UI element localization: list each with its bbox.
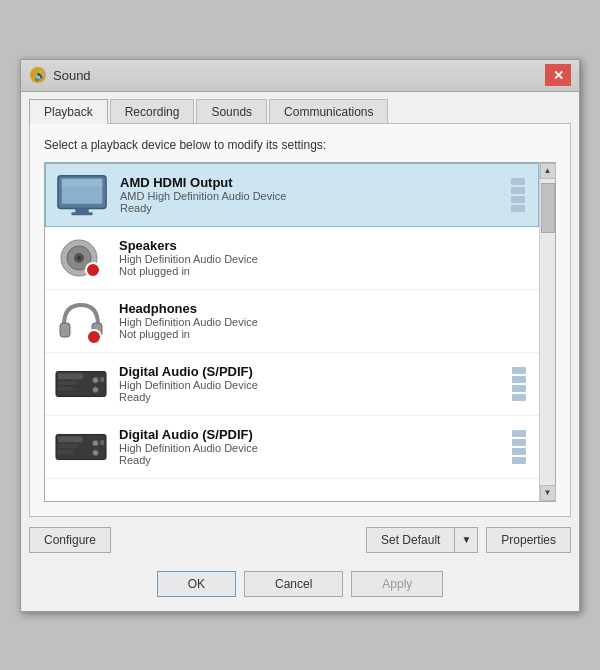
window-title: Sound <box>53 68 91 83</box>
svg-text:🔊: 🔊 <box>34 69 47 82</box>
amd-hdmi-status: Ready <box>120 202 496 214</box>
amd-hdmi-desc: AMD High Definition Audio Device <box>120 190 496 202</box>
svg-rect-21 <box>100 377 104 382</box>
speakers-name: Speakers <box>119 238 529 253</box>
tabs-bar: Playback Recording Sounds Communications <box>21 92 579 123</box>
device-item-digital1[interactable]: Digital Audio (S/PDIF) High Definition A… <box>45 353 539 416</box>
svg-point-11 <box>86 263 100 277</box>
set-default-dropdown-button[interactable]: ▼ <box>454 527 478 553</box>
svg-point-26 <box>93 440 99 446</box>
bottom-buttons: Configure Set Default ▼ Properties <box>21 517 579 563</box>
digital1-desc: High Definition Audio Device <box>119 379 497 391</box>
hdmi-device-icon <box>56 172 108 218</box>
digital2-status: Ready <box>119 454 497 466</box>
scroll-track[interactable] <box>540 179 555 485</box>
device-item-amd-hdmi[interactable]: AMD HDMI Output AMD High Definition Audi… <box>45 163 539 227</box>
close-button[interactable]: ✕ <box>545 64 571 86</box>
digital2-name: Digital Audio (S/PDIF) <box>119 427 497 442</box>
svg-point-27 <box>93 449 99 455</box>
sound-dialog: 🔊 Sound ✕ Playback Recording Sounds Comm… <box>20 59 580 612</box>
digital1-status: Ready <box>119 391 497 403</box>
digital1-device-icon <box>55 361 107 407</box>
svg-point-14 <box>87 330 101 344</box>
svg-point-19 <box>93 377 99 383</box>
digital2-desc: High Definition Audio Device <box>119 442 497 454</box>
digital1-name: Digital Audio (S/PDIF) <box>119 364 497 379</box>
svg-rect-17 <box>58 381 77 385</box>
device-item-speakers[interactable]: Speakers High Definition Audio Device No… <box>45 227 539 290</box>
headphones-desc: High Definition Audio Device <box>119 316 529 328</box>
svg-rect-28 <box>100 440 104 445</box>
digital2-device-icon <box>55 424 107 470</box>
title-bar: 🔊 Sound ✕ <box>21 60 579 92</box>
digital1-info: Digital Audio (S/PDIF) High Definition A… <box>119 364 497 403</box>
svg-point-20 <box>93 386 99 392</box>
set-default-button[interactable]: Set Default <box>366 527 454 553</box>
apply-button[interactable]: Apply <box>351 571 443 597</box>
device-item-headphones[interactable]: Headphones High Definition Audio Device … <box>45 290 539 353</box>
properties-button[interactable]: Properties <box>486 527 571 553</box>
volume-bars-digital1 <box>509 363 529 405</box>
tab-content: Select a playback device below to modify… <box>29 123 571 517</box>
tab-recording[interactable]: Recording <box>110 99 195 124</box>
speakers-device-icon <box>55 235 107 281</box>
speakers-status: Not plugged in <box>119 265 529 277</box>
digital2-info: Digital Audio (S/PDIF) High Definition A… <box>119 427 497 466</box>
amd-hdmi-info: AMD HDMI Output AMD High Definition Audi… <box>120 175 496 214</box>
volume-bars-amd <box>508 174 528 216</box>
svg-rect-18 <box>58 386 73 390</box>
tab-sounds[interactable]: Sounds <box>196 99 267 124</box>
tab-communications[interactable]: Communications <box>269 99 388 124</box>
amd-hdmi-name: AMD HDMI Output <box>120 175 496 190</box>
svg-rect-6 <box>71 212 92 215</box>
svg-rect-12 <box>60 323 70 337</box>
cancel-button[interactable]: Cancel <box>244 571 343 597</box>
set-default-group: Set Default ▼ <box>366 527 478 553</box>
ok-button[interactable]: OK <box>157 571 236 597</box>
device-list: AMD HDMI Output AMD High Definition Audi… <box>45 163 539 501</box>
svg-rect-24 <box>58 444 77 448</box>
title-bar-left: 🔊 Sound <box>29 66 91 84</box>
tab-playback[interactable]: Playback <box>29 99 108 124</box>
headphones-device-icon <box>55 298 107 344</box>
configure-button[interactable]: Configure <box>29 527 111 553</box>
svg-rect-23 <box>58 436 83 442</box>
scrollbar[interactable]: ▲ ▼ <box>539 163 555 501</box>
device-item-digital2[interactable]: Digital Audio (S/PDIF) High Definition A… <box>45 416 539 479</box>
scroll-thumb[interactable] <box>541 183 555 233</box>
right-buttons: Set Default ▼ Properties <box>366 527 571 553</box>
speakers-desc: High Definition Audio Device <box>119 253 529 265</box>
svg-rect-4 <box>62 178 102 186</box>
scroll-up-arrow[interactable]: ▲ <box>540 163 556 179</box>
volume-bars-digital2 <box>509 426 529 468</box>
speakers-info: Speakers High Definition Audio Device No… <box>119 238 529 277</box>
headphones-name: Headphones <box>119 301 529 316</box>
svg-rect-16 <box>58 373 83 379</box>
svg-point-10 <box>77 256 81 260</box>
speaker-title-icon: 🔊 <box>29 66 47 84</box>
headphones-info: Headphones High Definition Audio Device … <box>119 301 529 340</box>
scroll-down-arrow[interactable]: ▼ <box>540 485 556 501</box>
footer-buttons: OK Cancel Apply <box>21 563 579 611</box>
device-list-wrapper: AMD HDMI Output AMD High Definition Audi… <box>44 162 556 502</box>
headphones-status: Not plugged in <box>119 328 529 340</box>
svg-rect-25 <box>58 449 73 453</box>
instruction-text: Select a playback device below to modify… <box>44 138 556 152</box>
